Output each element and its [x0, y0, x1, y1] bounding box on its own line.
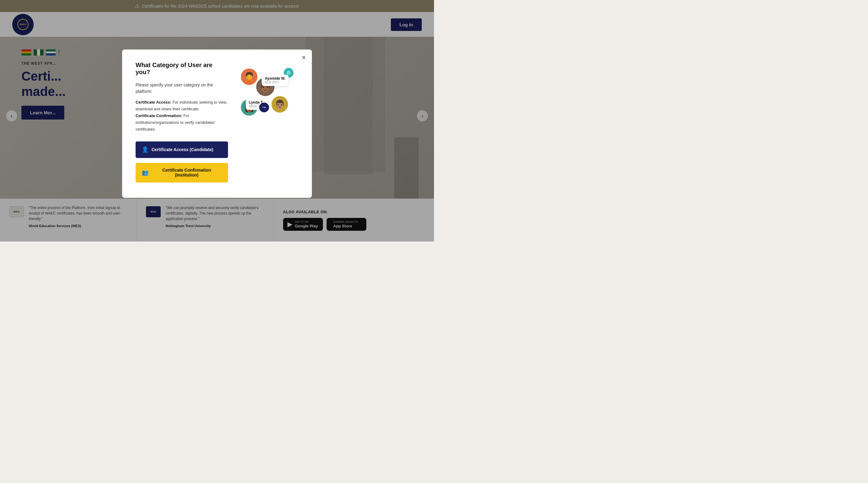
- user-category-modal: × What Category of User are you? Please …: [122, 49, 312, 198]
- share-badge-icon: ↪: [259, 102, 269, 112]
- candidate-icon: 👤: [142, 146, 149, 153]
- avatar-1-name: Ayomide W.: [265, 76, 285, 81]
- modal-right-panel: ⚙ 🧑‍🦱 👨🏾 Ayomide W. GCE 2017 👩🏾 Lynda T.: [237, 62, 299, 182]
- candidate-label: Certificate Access:: [135, 100, 172, 105]
- institution-label: Certificate Confirmation:: [135, 114, 182, 118]
- avatar-card-1: Ayomide W. GCE 2017: [262, 75, 289, 86]
- candidate-button-label: Certificate Access (Candidate): [152, 147, 213, 152]
- candidate-button[interactable]: 👤 Certificate Access (Candidate): [135, 142, 228, 158]
- modal-left-panel: What Category of User are you? Please sp…: [135, 62, 228, 182]
- avatar-cluster: ⚙ 🧑‍🦱 👨🏾 Ayomide W. GCE 2017 👩🏾 Lynda T.: [237, 68, 299, 129]
- institution-button[interactable]: 👥 Certificate Confirmation (Institution): [135, 163, 228, 183]
- institution-icon: 👥: [142, 169, 149, 176]
- avatar-4: 👨🏽: [271, 95, 289, 113]
- avatar-1-sub: GCE 2017: [265, 81, 285, 84]
- avatar-1: 🧑‍🦱: [240, 68, 258, 86]
- modal-title: What Category of User are you?: [135, 62, 228, 76]
- institution-button-label: Certificate Confirmation (Institution): [152, 168, 222, 178]
- modal-close-button[interactable]: ×: [302, 54, 306, 61]
- modal-subtitle: Please specify your user category on the…: [135, 82, 228, 95]
- modal-description: Certificate Access: For individuals seek…: [135, 99, 228, 133]
